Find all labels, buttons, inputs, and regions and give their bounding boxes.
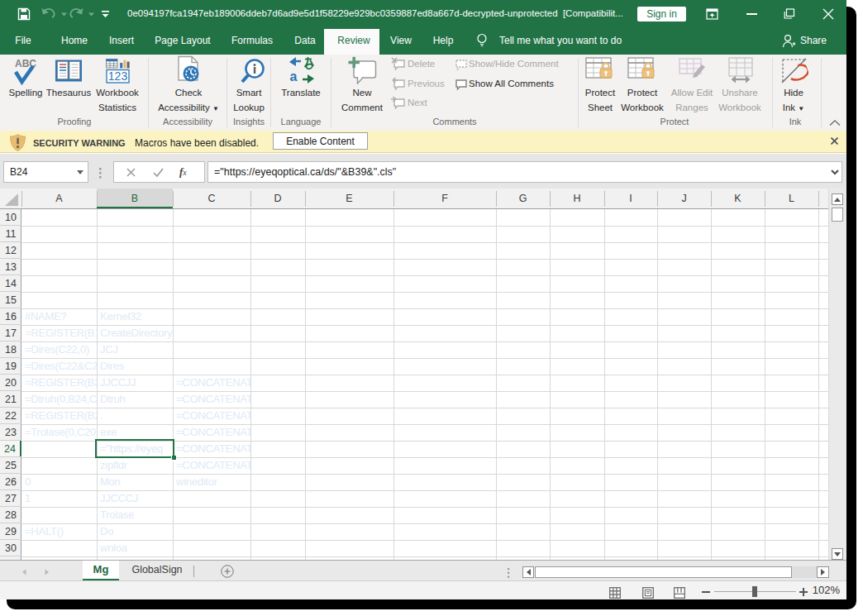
svg-text:a: a [290,69,298,84]
svg-text:123: 123 [108,69,128,83]
